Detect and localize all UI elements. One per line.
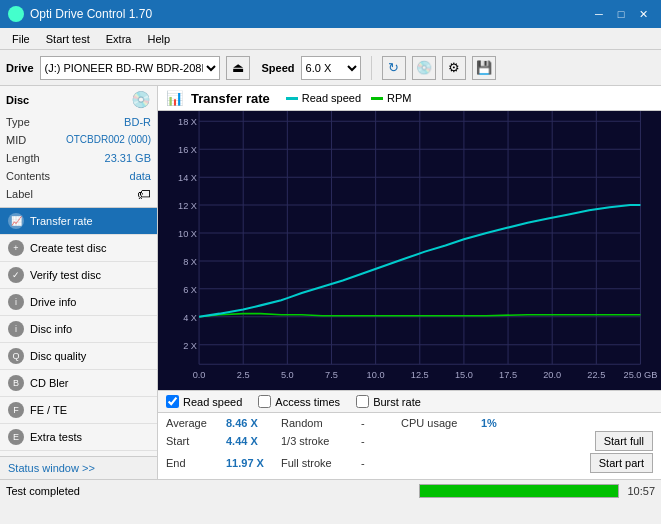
nav-icon-extra-tests: E [8, 429, 24, 445]
nav-icon-disc-quality: Q [8, 348, 24, 364]
status-text: Test completed [6, 485, 411, 497]
save-button[interactable]: 💾 [472, 56, 496, 80]
sidebar-nav: 📈 Transfer rate + Create test disc ✓ Ver… [0, 208, 157, 451]
random-value: - [361, 417, 401, 429]
nav-label-fe-te: FE / TE [30, 404, 67, 416]
svg-text:6 X: 6 X [183, 285, 197, 295]
menu-help[interactable]: Help [139, 31, 178, 47]
app-title: Opti Drive Control 1.70 [30, 7, 152, 21]
svg-text:12 X: 12 X [178, 201, 197, 211]
read-speed-checkbox[interactable] [166, 395, 179, 408]
nav-item-cd-bler[interactable]: B CD Bler [0, 370, 157, 397]
nav-label-disc-quality: Disc quality [30, 350, 86, 362]
nav-icon-create-test-disc: + [8, 240, 24, 256]
burst-rate-checkbox[interactable] [356, 395, 369, 408]
start-full-button[interactable]: Start full [595, 431, 653, 451]
disc-label-icon[interactable]: 🏷 [137, 185, 151, 203]
disc-type-row: Type BD-R [6, 113, 151, 131]
disc-header: Disc 💿 [6, 90, 151, 109]
svg-text:10.0: 10.0 [367, 370, 385, 380]
drive-select[interactable]: (J:) PIONEER BD-RW BDR-208M 1.50 [40, 56, 220, 80]
svg-text:0.0: 0.0 [193, 370, 206, 380]
svg-text:16 X: 16 X [178, 145, 197, 155]
speed-select[interactable]: 6.0 X1.0 X2.0 X4.0 X8.0 X12.0 XMAX [301, 56, 361, 80]
svg-text:18 X: 18 X [178, 117, 197, 127]
nav-icon-transfer-rate: 📈 [8, 213, 24, 229]
nav-label-extra-tests: Extra tests [30, 431, 82, 443]
status-bar: Test completed 10:57 [0, 479, 661, 501]
stats-row-end: End 11.97 X Full stroke - Start part [166, 453, 653, 473]
end-value: 11.97 X [226, 457, 281, 469]
eject-button[interactable]: ⏏ [226, 56, 250, 80]
svg-text:20.0: 20.0 [543, 370, 561, 380]
nav-item-disc-quality[interactable]: Q Disc quality [0, 343, 157, 370]
minimize-button[interactable]: ─ [589, 5, 609, 23]
nav-label-disc-info: Disc info [30, 323, 72, 335]
read-speed-checkbox-group: Read speed [166, 395, 242, 408]
chart-header-icon: 📊 [166, 90, 183, 106]
svg-text:14 X: 14 X [178, 173, 197, 183]
content-area: Disc 💿 Type BD-R MID OTCBDR002 (000) Len… [0, 86, 661, 479]
menu-start-test[interactable]: Start test [38, 31, 98, 47]
nav-item-drive-info[interactable]: i Drive info [0, 289, 157, 316]
stats-row-average: Average 8.46 X Random - CPU usage 1% [166, 417, 653, 429]
disc-type-value: BD-R [124, 113, 151, 131]
legend-read-dot [286, 97, 298, 100]
disc-label-label: Label [6, 185, 33, 203]
average-label: Average [166, 417, 226, 429]
nav-icon-verify-test-disc: ✓ [8, 267, 24, 283]
menu-extra[interactable]: Extra [98, 31, 140, 47]
maximize-button[interactable]: □ [611, 5, 631, 23]
stats-row-start: Start 4.44 X 1/3 stroke - Start full [166, 431, 653, 451]
nav-item-verify-test-disc[interactable]: ✓ Verify test disc [0, 262, 157, 289]
svg-text:10 X: 10 X [178, 229, 197, 239]
access-times-checkbox-group: Access times [258, 395, 340, 408]
nav-item-transfer-rate[interactable]: 📈 Transfer rate [0, 208, 157, 235]
nav-label-transfer-rate: Transfer rate [30, 215, 93, 227]
svg-text:2 X: 2 X [183, 341, 197, 351]
status-window-button[interactable]: Status window >> [0, 456, 157, 479]
settings-button[interactable]: ⚙ [442, 56, 466, 80]
disc-contents-label: Contents [6, 167, 50, 185]
start-value: 4.44 X [226, 435, 281, 447]
disc-label-row: Label 🏷 [6, 185, 151, 203]
read-speed-checkbox-label: Read speed [183, 396, 242, 408]
chart-svg: 18 X 16 X 14 X 12 X 10 X 8 X 6 X 4 X 2 X… [158, 111, 661, 390]
legend-read-label: Read speed [302, 92, 361, 104]
access-times-checkbox[interactable] [258, 395, 271, 408]
nav-label-drive-info: Drive info [30, 296, 76, 308]
chart-legend: Read speed RPM [286, 92, 412, 104]
svg-text:5.0: 5.0 [281, 370, 294, 380]
average-value: 8.46 X [226, 417, 281, 429]
burst-rate-checkbox-group: Burst rate [356, 395, 421, 408]
refresh-button[interactable]: ↻ [382, 56, 406, 80]
disc-length-label: Length [6, 149, 40, 167]
nav-item-create-test-disc[interactable]: + Create test disc [0, 235, 157, 262]
toolbar: Drive (J:) PIONEER BD-RW BDR-208M 1.50 ⏏… [0, 50, 661, 86]
drive-label: Drive [6, 62, 34, 74]
svg-text:7.5: 7.5 [325, 370, 338, 380]
nav-label-cd-bler: CD Bler [30, 377, 69, 389]
access-times-checkbox-label: Access times [275, 396, 340, 408]
start-part-button[interactable]: Start part [590, 453, 653, 473]
fullstroke-value: - [361, 457, 401, 469]
svg-text:8 X: 8 X [183, 257, 197, 267]
disc-contents-row: Contents data [6, 167, 151, 185]
nav-icon-disc-info: i [8, 321, 24, 337]
nav-item-disc-info[interactable]: i Disc info [0, 316, 157, 343]
stroke13-value: - [361, 435, 401, 447]
disc-length-value: 23.31 GB [105, 149, 151, 167]
chart-area: 📊 Transfer rate Read speed RPM [158, 86, 661, 479]
speed-label: Speed [262, 62, 295, 74]
menu-file[interactable]: File [4, 31, 38, 47]
nav-item-fe-te[interactable]: F FE / TE [0, 397, 157, 424]
nav-label-verify-test-disc: Verify test disc [30, 269, 101, 281]
chart-controls: Read speed Access times Burst rate [158, 390, 661, 412]
nav-item-extra-tests[interactable]: E Extra tests [0, 424, 157, 451]
fullstroke-label: Full stroke [281, 457, 361, 469]
disc-button[interactable]: 💿 [412, 56, 436, 80]
svg-text:2.5: 2.5 [237, 370, 250, 380]
close-button[interactable]: ✕ [633, 5, 653, 23]
disc-header-icon[interactable]: 💿 [131, 90, 151, 109]
stats-area: Average 8.46 X Random - CPU usage 1% Sta… [158, 412, 661, 479]
